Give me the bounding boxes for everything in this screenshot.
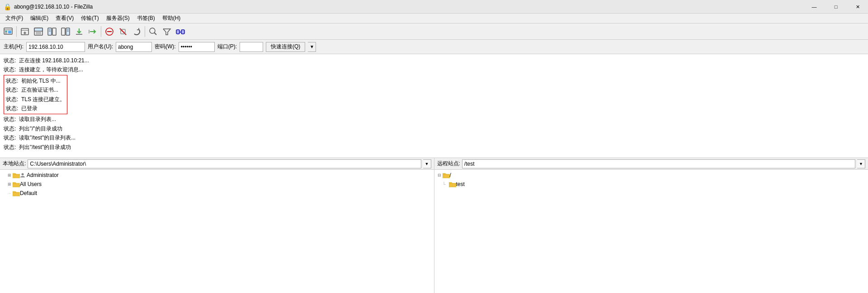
host-input[interactable] xyxy=(26,42,85,52)
host-label: 主机(H): xyxy=(4,43,24,51)
expander-default[interactable]: ─ xyxy=(6,191,13,195)
path-bars: 本地站点: ▼ 远程站点: ▼ xyxy=(0,158,868,170)
menu-transfer[interactable]: 传输(T) xyxy=(77,14,102,23)
toolbar-sep-2 xyxy=(101,26,101,37)
menu-file[interactable]: 文件(F) xyxy=(2,14,27,23)
label-test: test xyxy=(456,181,465,187)
quickconn-button[interactable]: 快速连接(Q) xyxy=(266,42,305,52)
tree-item-test[interactable]: └ test xyxy=(434,180,868,189)
tree-line-test: └ xyxy=(443,182,449,187)
refresh-button[interactable] xyxy=(130,25,143,38)
user-icon-administrator xyxy=(20,172,25,178)
svg-rect-2 xyxy=(5,31,7,32)
toolbar-sep-3 xyxy=(145,26,145,37)
local-path-input[interactable] xyxy=(28,159,421,168)
log-line-10: 状态: 列出"/"的目录成功 xyxy=(4,124,864,133)
svg-rect-35 xyxy=(13,183,20,187)
log-line-2: 状态: 连接建立，等待欢迎消息... xyxy=(4,65,864,74)
svg-rect-3 xyxy=(5,33,7,33)
local-path-label: 本地站点: xyxy=(3,160,26,167)
local-panel-scroll[interactable]: ⊞ Administrator ⊞ xyxy=(0,170,434,293)
find-button[interactable] xyxy=(174,25,187,38)
maximize-button[interactable]: □ xyxy=(826,0,846,14)
remote-path-input[interactable] xyxy=(462,159,855,168)
new-tab-button[interactable] xyxy=(19,25,31,38)
expander-all-users[interactable]: ⊞ xyxy=(6,182,13,186)
connection-bar: 主机(H): 用户名(U): 密码(W): 端口(P): 快速连接(Q) ▼ xyxy=(0,40,868,54)
title-bar: 🔒 abong@192.168.10.10 - FileZilla — □ ✕ xyxy=(0,0,868,14)
svg-line-27 xyxy=(155,33,157,35)
svg-rect-37 xyxy=(443,174,450,178)
label-default: Default xyxy=(20,190,37,196)
local-path-dropdown[interactable]: ▼ xyxy=(423,159,431,168)
folder-icon-default xyxy=(13,190,20,196)
label-all-users: All Users xyxy=(20,181,42,187)
folder-icon-test xyxy=(449,181,456,187)
svg-rect-32 xyxy=(182,30,184,33)
quickconn-dropdown[interactable]: ▼ xyxy=(308,42,316,52)
folder-icon-administrator xyxy=(13,172,20,178)
menu-server[interactable]: 服务器(S) xyxy=(103,14,133,23)
remote-path-bar: 远程站点: ▼ xyxy=(434,158,868,169)
tree-item-default[interactable]: ─ Default xyxy=(0,189,434,198)
label-root: / xyxy=(450,172,451,178)
log-area: 状态: 正在连接 192.168.10.10:21... 状态: 连接建立，等待… xyxy=(0,54,868,158)
transfer-queue-button[interactable] xyxy=(73,25,85,38)
filter-button[interactable] xyxy=(160,25,173,38)
stop-button[interactable] xyxy=(103,25,116,38)
folder-icon-all-users xyxy=(13,181,20,187)
port-label: 端口(P): xyxy=(217,43,237,51)
window-controls: — □ ✕ xyxy=(804,0,868,14)
log-line-14: 状态: 列出"/test"的目录成功 xyxy=(4,143,864,152)
log-line-1: 状态: 正在连接 192.168.10.10:21... xyxy=(4,56,864,65)
search-button[interactable] xyxy=(147,25,160,38)
tree-item-all-users[interactable]: ⊞ All Users xyxy=(0,180,434,189)
log-line-3: 状态: 初始化 TLS 中... xyxy=(6,76,65,85)
folder-icon-root xyxy=(443,172,450,178)
disconnect-button[interactable] xyxy=(117,25,129,38)
toggle-remote-button[interactable] xyxy=(59,25,72,38)
log-line-4: 状态: 正在验证证书... xyxy=(6,85,65,94)
log-line-6: 状态: 已登录 xyxy=(6,104,65,113)
pass-input[interactable] xyxy=(179,42,215,52)
menu-bookmarks[interactable]: 书签(B) xyxy=(133,14,159,23)
user-input[interactable] xyxy=(116,42,152,52)
svg-rect-10 xyxy=(34,28,42,31)
svg-rect-13 xyxy=(48,28,52,35)
svg-rect-31 xyxy=(177,30,179,33)
tree-item-root[interactable]: ⊟ / xyxy=(434,171,868,180)
log-highlight-group: 状态: 初始化 TLS 中... 状态: 正在验证证书... 状态: TLS 连… xyxy=(4,75,67,115)
local-file-panel: ⊞ Administrator ⊞ xyxy=(0,170,434,293)
toggle-local-button[interactable] xyxy=(46,25,58,38)
site-manager-button[interactable] xyxy=(2,25,14,38)
menu-bar: 文件(F) 编辑(E) 查看(V) 传输(T) 服务器(S) 书签(B) 帮助(… xyxy=(0,14,868,23)
close-button[interactable]: ✕ xyxy=(847,0,868,14)
app-icon: 🔒 xyxy=(4,3,11,10)
expander-root[interactable]: ⊟ xyxy=(436,173,443,177)
svg-rect-4 xyxy=(8,31,11,33)
remote-panel-scroll[interactable]: ⊟ / └ test xyxy=(434,170,868,293)
local-path-bar: 本地站点: ▼ xyxy=(0,158,434,169)
expander-administrator[interactable]: ⊞ xyxy=(6,173,13,177)
menu-help[interactable]: 帮助(H) xyxy=(159,14,184,23)
svg-rect-33 xyxy=(13,174,20,178)
user-label: 用户名(U): xyxy=(88,43,113,51)
panels-area: 本地站点: ▼ 远程站点: ▼ ⊞ xyxy=(0,158,868,293)
log-line-5: 状态: TLS 连接已建立。 xyxy=(6,95,65,104)
tree-item-administrator[interactable]: ⊞ Administrator xyxy=(0,171,434,180)
toolbar-sep-1 xyxy=(16,26,17,37)
port-input[interactable] xyxy=(240,42,263,52)
toggle-log-button[interactable] xyxy=(32,25,45,38)
remote-path-label: 远程站点: xyxy=(437,160,460,167)
svg-rect-14 xyxy=(52,28,56,35)
transfer-right-button[interactable] xyxy=(86,25,99,38)
minimize-button[interactable]: — xyxy=(804,0,825,14)
svg-point-26 xyxy=(150,28,155,33)
label-administrator: Administrator xyxy=(27,172,59,178)
title-text: abong@192.168.10.10 - FileZilla xyxy=(14,4,864,10)
menu-view[interactable]: 查看(V) xyxy=(52,14,77,23)
svg-rect-38 xyxy=(449,183,456,187)
log-line-12: 状态: 读取"/test"的目录列表... xyxy=(4,133,864,142)
remote-path-dropdown[interactable]: ▼ xyxy=(857,159,865,168)
menu-edit[interactable]: 编辑(E) xyxy=(27,14,52,23)
